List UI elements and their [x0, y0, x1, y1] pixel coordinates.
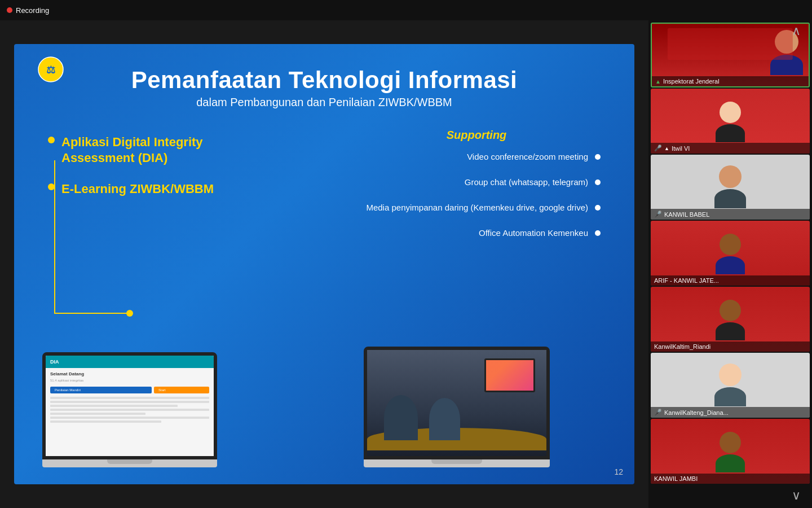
participants-sidebar: ▲ Inspektorat Jenderal 🎤 ▲ Itwil VI 🎤 KA…	[648, 20, 812, 508]
tile-7-label: KANWIL JAMBI	[651, 474, 810, 484]
screen-desc-text: 51.4 aplikasi integritas	[50, 379, 209, 383]
support-dot-1	[595, 154, 601, 160]
left-item-text-1: Aplikasi Digital Integrity Assessment (D…	[61, 134, 231, 165]
participant-tile-4[interactable]: ARIF - KANWIL JATE...	[651, 221, 810, 286]
tile-7-name: KANWIL JAMBI	[654, 475, 698, 482]
tile-6-label: 🎤 KanwilKalteng_Diana...	[651, 407, 810, 418]
screen-body: Selamat Datang 51.4 aplikasi integritas …	[46, 368, 214, 456]
tile-6-head	[719, 364, 742, 386]
support-item-3: Media penyimpanan daring (Kemenkeu drive…	[352, 203, 601, 212]
participant-tile-1[interactable]: ▲ Inspektorat Jenderal	[651, 23, 810, 87]
slide-area: ⚖ Pemanfaatan Teknologi Informasi dalam …	[0, 20, 648, 508]
laptop-left-stand	[107, 459, 152, 464]
laptop-right-stand	[431, 459, 482, 464]
tile-2-head	[720, 102, 741, 123]
left-column: Aplikasi Digital Integrity Assessment (D…	[48, 134, 231, 213]
left-line-endpoint-dot	[126, 310, 133, 317]
tile-2-body	[716, 124, 745, 142]
support-dot-3	[595, 205, 601, 211]
screen-welcome-text: Selamat Datang	[50, 371, 209, 376]
participant-tile-2[interactable]: 🎤 ▲ Itwil VI	[651, 89, 810, 154]
tile-3-mic-icon: 🎤	[654, 211, 662, 218]
tile-5-name: KanwilKaltim_Riandi	[654, 343, 710, 350]
support-text-1: Video conference/zoom meeting	[467, 152, 588, 161]
support-dot-2	[595, 179, 601, 185]
support-item-2: Group chat (whatsapp, telegram)	[352, 177, 601, 187]
laptop-left-base	[42, 459, 217, 467]
tile-1-name: Inspektorat Jenderal	[663, 78, 720, 85]
svg-text:⚖: ⚖	[46, 64, 55, 76]
tile-6-body	[714, 387, 746, 406]
laptop-left-screen: DIA Selamat Datang 51.4 aplikasi integri…	[42, 352, 217, 459]
conference-inner-screen-img	[486, 360, 533, 391]
left-item-text-2: E-Learning ZIWBK/WBBM	[61, 181, 214, 197]
tile-2-label: 🎤 ▲ Itwil VI	[651, 143, 810, 154]
tile-7-body	[716, 454, 745, 472]
support-text-3: Media penyimpanan daring (Kemenkeu drive…	[366, 203, 588, 212]
screen-text-lines	[50, 397, 209, 423]
screen-header-bar: DIA	[46, 356, 214, 368]
participant-tile-6[interactable]: 🎤 KanwilKalteng_Diana...	[651, 353, 810, 418]
tile-2-active-icon: ▲	[664, 146, 669, 151]
conference-person-2	[429, 398, 460, 440]
presentation-slide: ⚖ Pemanfaatan Teknologi Informasi dalam …	[14, 44, 634, 484]
tile-7-head	[720, 432, 741, 453]
screen-right-content	[367, 350, 546, 456]
screen-btn-orange: Start	[154, 387, 209, 393]
tile-6-person	[714, 364, 746, 406]
left-item-2: E-Learning ZIWBK/WBBM	[48, 181, 231, 197]
tile-6-mic-icon: 🎤	[654, 409, 662, 416]
tile-3-name: KANWIL BABEL	[664, 211, 709, 218]
support-text-2: Group chat (whatsapp, telegram)	[465, 177, 588, 187]
right-column: Supporting Video conference/zoom meeting…	[352, 129, 601, 253]
tile-4-body	[716, 256, 745, 274]
tile-5-label: KanwilKaltim_Riandi	[651, 341, 810, 352]
recording-dot	[7, 7, 12, 13]
tile-5-head	[720, 300, 741, 321]
laptops-row: DIA Selamat Datang 51.4 aplikasi integri…	[42, 347, 606, 467]
tile-3-person	[714, 165, 746, 208]
supporting-title: Supporting	[352, 129, 601, 142]
tile-4-head	[720, 234, 741, 255]
screen-left-content: DIA Selamat Datang 51.4 aplikasi integri…	[46, 356, 214, 456]
tile-6-name: KanwilKalteng_Diana...	[664, 409, 729, 416]
participant-tile-3[interactable]: 🎤 KANWIL BABEL	[651, 155, 810, 220]
laptop-right-base	[364, 459, 550, 467]
tile-4-name: ARIF - KANWIL JATE...	[654, 277, 719, 284]
tile-3-body	[714, 189, 746, 208]
tile-1-active-icon: ▲	[655, 78, 661, 85]
support-dot-4	[595, 230, 601, 236]
tile-4-label: ARIF - KANWIL JATE...	[651, 275, 810, 286]
support-item-1: Video conference/zoom meeting	[352, 152, 601, 161]
tile-1-label: ▲ Inspektorat Jenderal	[652, 76, 809, 86]
participant-tile-7[interactable]: KANWIL JAMBI	[651, 419, 810, 484]
slide-logo: ⚖	[37, 55, 65, 84]
slide-title-block: Pemanfaatan Teknologi Informasi dalam Pe…	[42, 67, 606, 109]
tile-1-banner	[668, 28, 793, 60]
bullet-dot-1	[48, 137, 55, 143]
laptop-left: DIA Selamat Datang 51.4 aplikasi integri…	[42, 352, 217, 467]
tile-2-mic-icon: 🎤	[654, 144, 662, 152]
chevron-up-icon: ∧	[792, 24, 801, 38]
support-text-4: Office Automation Kemenkeu	[479, 228, 588, 238]
chevron-up-button[interactable]: ∧	[792, 25, 801, 38]
slide-main-title: Pemanfaatan Teknologi Informasi	[42, 67, 606, 94]
tile-3-head	[719, 165, 742, 188]
left-horizontal-line	[54, 313, 127, 314]
tile-7-person	[716, 432, 745, 472]
tile-2-person	[716, 102, 745, 142]
slide-subtitle: dalam Pembangunan dan Penilaian ZIWBK/WB…	[42, 96, 606, 109]
laptop-right	[364, 347, 550, 467]
tile-3-label: 🎤 KANWIL BABEL	[651, 209, 810, 220]
conference-inner-screen	[484, 358, 535, 392]
participant-tile-5[interactable]: KanwilKaltim_Riandi	[651, 287, 810, 352]
chevron-down-icon: ∨	[792, 488, 801, 502]
screen-header-text: DIA	[50, 359, 59, 365]
screen-btn-row: Penilaian Mandiri Start	[50, 387, 209, 393]
chevron-down-button[interactable]: ∨	[792, 489, 801, 502]
tile-4-person	[716, 234, 745, 274]
tile-5-person	[716, 300, 745, 340]
left-vertical-line	[54, 160, 55, 313]
tile-2-name: Itwil VI	[672, 145, 690, 152]
conference-person-1	[384, 395, 418, 440]
